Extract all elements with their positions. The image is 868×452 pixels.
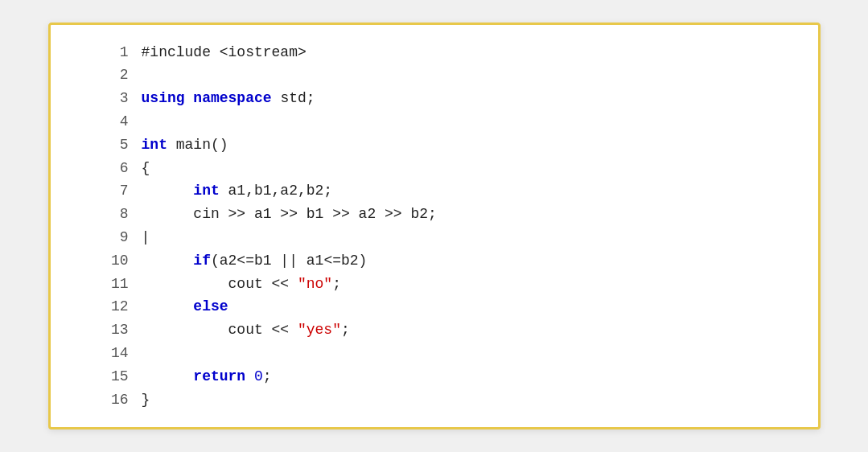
table-row: 15 return 0; — [75, 365, 794, 388]
line-content: else — [142, 295, 794, 318]
line-content: return 0; — [142, 365, 794, 388]
table-row: 4 — [75, 110, 794, 134]
line-number: 5 — [75, 134, 142, 157]
keyword-else: else — [193, 298, 228, 314]
line-number: 1 — [75, 41, 142, 64]
line-content — [142, 342, 794, 365]
table-row: 6 { — [75, 157, 794, 180]
line-number: 15 — [75, 365, 142, 388]
table-row: 1 #include <iostream> — [75, 41, 794, 64]
string-yes: "yes" — [298, 322, 341, 338]
line-content: cout << "yes"; — [142, 318, 794, 342]
line-content: if(a2<=b1 || a1<=b2) — [142, 249, 794, 273]
keyword-return: return — [193, 368, 245, 384]
line-content — [142, 110, 794, 134]
line-number: 7 — [75, 179, 142, 203]
line-number: 12 — [75, 295, 142, 318]
code-table: 1 #include <iostream> 2 3 using namespac… — [75, 41, 794, 412]
table-row: 13 cout << "yes"; — [75, 318, 794, 342]
line-content: { — [142, 157, 794, 180]
table-row: 7 int a1,b1,a2,b2; — [75, 179, 794, 203]
line-number: 8 — [75, 203, 142, 226]
line-content: cin >> a1 >> b1 >> a2 >> b2; — [142, 203, 794, 226]
line-content: | — [142, 226, 794, 249]
line-content: int main() — [142, 134, 794, 157]
keyword-namespace: namespace — [193, 90, 271, 106]
keyword-if: if — [193, 253, 211, 269]
line-number: 9 — [75, 226, 142, 249]
keyword-int2: int — [193, 183, 219, 199]
string-no: "no" — [298, 276, 332, 292]
code-editor: 1 #include <iostream> 2 3 using namespac… — [48, 23, 821, 430]
keyword-using: using — [142, 90, 185, 106]
line-content — [142, 64, 794, 87]
line-content: #include <iostream> — [142, 41, 794, 64]
table-row: 2 — [75, 64, 794, 87]
number-zero: 0 — [254, 368, 263, 384]
line-content: using namespace std; — [142, 87, 794, 110]
line-content: } — [142, 388, 794, 412]
line-number: 14 — [75, 342, 142, 365]
table-row: 9 | — [75, 226, 794, 249]
table-row: 5 int main() — [75, 134, 794, 157]
line-number: 6 — [75, 157, 142, 180]
line-number: 2 — [75, 64, 142, 87]
line-content: cout << "no"; — [142, 273, 794, 296]
table-row: 16 } — [75, 388, 794, 412]
table-row: 8 cin >> a1 >> b1 >> a2 >> b2; — [75, 203, 794, 226]
table-row: 14 — [75, 342, 794, 365]
line-number: 4 — [75, 110, 142, 134]
line-number: 11 — [75, 273, 142, 296]
line-number: 10 — [75, 249, 142, 273]
table-row: 12 else — [75, 295, 794, 318]
line-content: int a1,b1,a2,b2; — [142, 179, 794, 203]
table-row: 3 using namespace std; — [75, 87, 794, 110]
keyword-int: int — [142, 137, 167, 153]
table-row: 11 cout << "no"; — [75, 273, 794, 296]
line-number: 16 — [75, 388, 142, 412]
table-row: 10 if(a2<=b1 || a1<=b2) — [75, 249, 794, 273]
line-number: 13 — [75, 318, 142, 342]
line-number: 3 — [75, 87, 142, 110]
